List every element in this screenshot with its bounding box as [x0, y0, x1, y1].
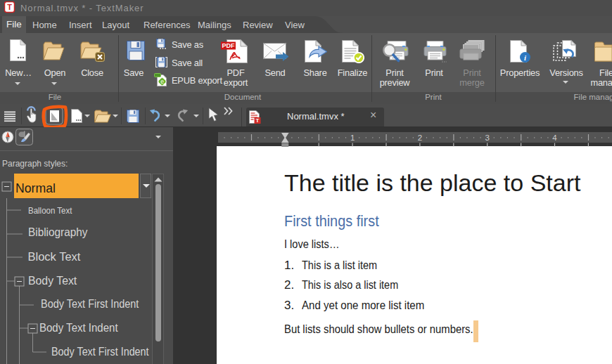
svg-text:T: T: [256, 117, 260, 124]
svg-text:2: 2: [418, 134, 422, 142]
svg-text:T: T: [7, 3, 12, 11]
svg-text:PDF: PDF: [222, 42, 236, 49]
svg-text:e: e: [160, 78, 164, 85]
svg-text:4: 4: [552, 134, 557, 142]
svg-text:1: 1: [350, 134, 355, 142]
svg-text:3: 3: [485, 134, 489, 142]
